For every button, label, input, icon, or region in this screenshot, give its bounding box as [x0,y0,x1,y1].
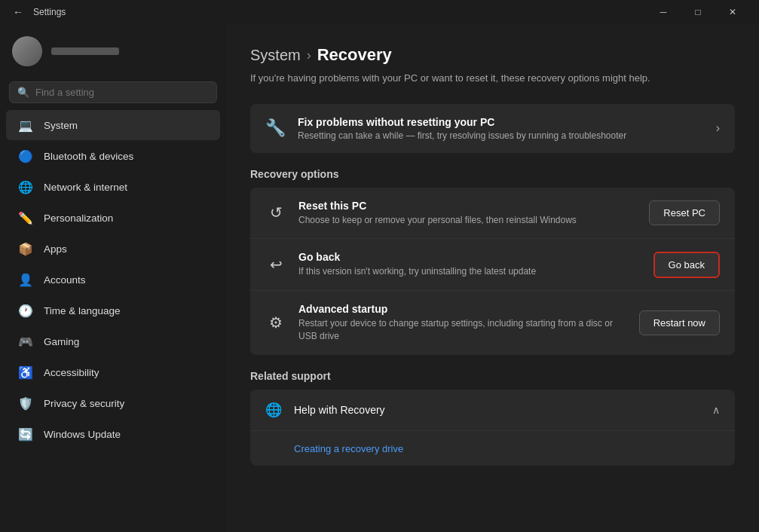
nav-label-network: Network & internet [44,182,127,193]
fix-problems-text: Fix problems without resetting your PC R… [298,116,704,141]
page-description: If you're having problems with your PC o… [250,71,735,86]
fix-problems-chevron-icon: › [716,121,720,135]
sidebar-item-privacy[interactable]: 🛡️ Privacy & security [6,388,220,418]
nav-icon-gaming: 🎮 [18,334,33,349]
nav-label-windows_update: Windows Update [44,429,121,440]
nav-icon-windows_update: 🔄 [18,427,33,442]
option-text-advanced: Advanced startup Restart your device to … [298,303,627,343]
nav-icon-bluetooth: 🔵 [18,148,33,164]
option-icon-reset: ↺ [265,203,286,222]
search-input[interactable] [35,87,209,98]
option-btn-advanced[interactable]: Restart now [639,310,720,335]
search-icon: 🔍 [17,87,29,98]
nav-icon-accounts: 👤 [18,272,33,287]
nav-icon-apps: 📦 [18,241,33,256]
main-layout: 🔍 💻 System 🔵 Bluetooth & devices 🌐 Netwo… [0,24,759,532]
nav-label-accounts: Accounts [44,274,86,286]
option-desc-advanced: Restart your device to change startup se… [298,317,627,343]
related-chevron-icon: ∧ [712,404,720,416]
option-row-advanced: ⚙ Advanced startup Restart your device t… [250,291,735,355]
window-controls: ─ □ ✕ [646,0,750,24]
option-desc-go_back: If this version isn't working, try unins… [298,265,641,278]
nav-icon-time: 🕐 [18,303,33,318]
related-label-help_recovery: Help with Recovery [294,404,700,416]
titlebar: ← Settings ─ □ ✕ [0,0,759,24]
nav-list: 💻 System 🔵 Bluetooth & devices 🌐 Network… [0,109,226,450]
close-button[interactable]: ✕ [715,0,750,24]
nav-label-accessibility: Accessibility [44,367,99,378]
avatar [12,36,42,66]
nav-label-personalization: Personalization [44,212,113,224]
app-title: Settings [33,7,640,17]
option-title-reset: Reset this PC [298,200,637,212]
search-box[interactable]: 🔍 [9,81,217,103]
nav-icon-privacy: 🛡️ [18,396,33,411]
sidebar-item-apps[interactable]: 📦 Apps [6,234,220,264]
breadcrumb-separator: › [307,47,311,63]
sidebar-item-system[interactable]: 💻 System [6,110,220,140]
back-button[interactable]: ← [9,3,27,21]
sidebar-item-windows_update[interactable]: 🔄 Windows Update [6,419,220,449]
sidebar-item-personalization[interactable]: ✏️ Personalization [6,203,220,233]
content-area: System › Recovery If you're having probl… [226,24,759,532]
nav-icon-network: 🌐 [18,179,33,194]
related-item-help_recovery[interactable]: 🌐 Help with Recovery ∧ [250,390,735,431]
sidebar-item-accessibility[interactable]: ♿ Accessibility [6,357,220,387]
option-desc-reset: Choose to keep or remove your personal f… [298,214,637,227]
related-support-block: 🌐 Help with Recovery ∧ Creating a recove… [250,390,735,466]
nav-icon-personalization: ✏️ [18,210,33,225]
sidebar-item-bluetooth[interactable]: 🔵 Bluetooth & devices [6,141,220,171]
option-title-go_back: Go back [298,251,641,263]
nav-label-bluetooth: Bluetooth & devices [44,151,133,162]
nav-label-time: Time & language [44,305,121,316]
nav-icon-accessibility: ♿ [18,365,33,380]
breadcrumb-parent: System [250,47,301,64]
option-icon-go_back: ↩ [265,255,286,274]
option-row-go_back: ↩ Go back If this version isn't working,… [250,239,735,291]
minimize-button[interactable]: ─ [646,0,681,24]
sidebar-item-time[interactable]: 🕐 Time & language [6,295,220,326]
option-title-advanced: Advanced startup [298,303,627,315]
fix-problems-icon: 🔧 [265,118,286,138]
nav-label-privacy: Privacy & security [44,398,124,409]
related-icon-help_recovery: 🌐 [265,402,282,418]
link-row-creating_recovery: Creating a recovery drive [250,431,735,466]
fix-problems-card[interactable]: 🔧 Fix problems without resetting your PC… [250,104,735,153]
breadcrumb: System › Recovery [250,45,735,65]
fix-problems-desc: Resetting can take a while — first, try … [298,130,704,141]
related-support-title: Related support [250,370,735,382]
nav-label-gaming: Gaming [44,336,79,347]
option-btn-go_back[interactable]: Go back [653,252,720,278]
option-text-reset: Reset this PC Choose to keep or remove y… [298,200,637,227]
user-profile[interactable] [0,24,226,78]
link-creating_recovery[interactable]: Creating a recovery drive [294,443,403,454]
fix-problems-title: Fix problems without resetting your PC [298,116,704,128]
sidebar: 🔍 💻 System 🔵 Bluetooth & devices 🌐 Netwo… [0,24,226,532]
option-btn-reset[interactable]: Reset PC [649,200,720,225]
maximize-button[interactable]: □ [681,0,715,24]
nav-label-apps: Apps [44,243,67,255]
sidebar-item-gaming[interactable]: 🎮 Gaming [6,326,220,356]
option-row-reset: ↺ Reset this PC Choose to keep or remove… [250,188,735,240]
option-text-go_back: Go back If this version isn't working, t… [298,251,641,278]
option-icon-advanced: ⚙ [265,313,286,332]
nav-label-system: System [44,120,78,131]
breadcrumb-current: Recovery [317,45,392,65]
sidebar-item-accounts[interactable]: 👤 Accounts [6,264,220,295]
nav-icon-system: 💻 [18,118,33,133]
user-name [51,47,119,55]
recovery-options-title: Recovery options [250,168,735,180]
sidebar-item-network[interactable]: 🌐 Network & internet [6,172,220,202]
recovery-options-block: ↺ Reset this PC Choose to keep or remove… [250,188,735,355]
